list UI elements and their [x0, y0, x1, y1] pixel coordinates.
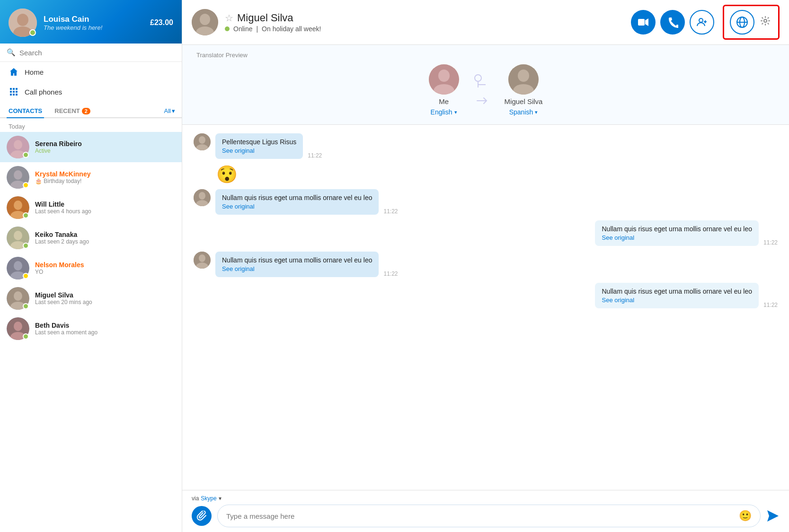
contact-avatar-beth — [7, 317, 29, 340]
contact-avatar-nelson — [7, 257, 29, 279]
home-icon — [9, 67, 19, 77]
svg-rect-8 — [16, 91, 18, 93]
svg-marker-63 — [767, 510, 779, 522]
search-input[interactable] — [19, 49, 175, 57]
message-3: Nullam quis risus eget urna mollis ornar… — [194, 189, 778, 215]
svg-rect-3 — [10, 88, 12, 90]
message-5: Nullam quis risus eget urna mollis ornar… — [194, 252, 778, 277]
see-original-5[interactable]: See original — [222, 265, 372, 272]
contact-item-nelson[interactable]: Nelson Morales YO — [0, 253, 182, 283]
input-icons: 🙂 — [739, 510, 752, 522]
see-original-3[interactable]: See original — [222, 203, 372, 210]
msg-time-3: 11:22 — [383, 208, 398, 215]
msg-content-3: Nullam quis risus eget urna mollis ornar… — [215, 189, 379, 215]
svg-rect-4 — [13, 88, 15, 90]
attach-button[interactable] — [192, 506, 212, 526]
translator-preview-label: Translator Preview — [196, 52, 775, 59]
see-original-6[interactable]: See original — [602, 297, 752, 304]
krystal-name: Krystal McKinney — [35, 170, 175, 178]
messages-area[interactable]: Pellentesque Ligus Risus See original 11… — [182, 125, 789, 490]
contact-item-keiko[interactable]: Keiko Tanaka Last seen 2 days ago — [0, 223, 182, 253]
message-6: 11:22 Nullam quis risus eget urna mollis… — [194, 283, 778, 308]
message-input-box[interactable]: 🙂 — [217, 505, 761, 527]
tab-recent[interactable]: RECENT2 — [53, 105, 92, 118]
msg-content-1: Pellentesque Ligus Risus See original — [215, 133, 303, 159]
svg-point-52 — [518, 70, 529, 82]
translator-me-avatar — [429, 64, 459, 95]
msg-content-4: Nullam quis risus eget urna mollis ornar… — [595, 220, 758, 246]
keiko-status: Last seen 2 days ago — [35, 238, 175, 245]
msg-time-5: 11:22 — [383, 270, 398, 277]
add-contact-button[interactable] — [690, 10, 714, 35]
recent-badge: 2 — [82, 108, 90, 114]
contact-avatar-keiko — [7, 227, 29, 249]
online-indicator — [225, 26, 230, 31]
translator-button[interactable] — [730, 10, 754, 35]
chat-contact-avatar — [192, 9, 218, 35]
emoji-icon[interactable]: 🙂 — [739, 510, 752, 522]
see-original-4[interactable]: See original — [602, 234, 752, 241]
message-4: 11:22 Nullam quis risus eget urna mollis… — [194, 220, 778, 246]
svg-point-22 — [14, 231, 22, 240]
contact-avatar-will — [7, 196, 29, 219]
svg-point-25 — [14, 261, 22, 270]
user-avatar-wrapper — [9, 9, 37, 37]
svg-point-1 — [17, 14, 28, 26]
contact-item-miguel[interactable]: Miguel Silva Last seen 20 mins ago — [0, 283, 182, 314]
msg-avatar-3 — [194, 189, 211, 206]
sidebar-header: Louisa Cain The weekend is here! £23.00 — [0, 0, 182, 44]
them-language: Spanish — [509, 108, 533, 116]
svg-point-44 — [764, 19, 767, 22]
me-language-select[interactable]: English ▾ — [431, 108, 457, 116]
message-input[interactable] — [226, 512, 739, 520]
msg-text-3: Nullam quis risus eget urna mollis ornar… — [222, 194, 372, 201]
svg-rect-36 — [638, 19, 645, 26]
sidebar: Louisa Cain The weekend is here! £23.00 … — [0, 0, 182, 532]
see-original-1[interactable]: See original — [222, 147, 296, 154]
translator-them-name: Miguel Silva — [505, 97, 543, 105]
via-skype-label[interactable]: via Skype ▾ — [192, 495, 780, 502]
me-language: English — [431, 108, 452, 116]
svg-rect-6 — [10, 91, 12, 93]
msg-avatar-5 — [194, 252, 211, 269]
settings-button[interactable] — [758, 14, 772, 31]
svg-rect-7 — [13, 91, 15, 93]
contact-item-krystal[interactable]: Krystal McKinney 🎂 Birthday today! — [0, 162, 182, 192]
svg-point-48 — [475, 75, 481, 81]
search-bar[interactable]: 🔍 — [0, 44, 182, 62]
nelson-status: YO — [35, 269, 175, 275]
msg-bubble-4: Nullam quis risus eget urna mollis ornar… — [595, 220, 758, 246]
svg-rect-11 — [16, 94, 18, 96]
tab-all[interactable]: All ▾ — [164, 107, 175, 114]
contact-item-will[interactable]: Will Little Last seen 4 hours ago — [0, 192, 182, 223]
svg-point-61 — [199, 254, 205, 262]
svg-rect-5 — [16, 88, 18, 90]
sidebar-item-call-phones[interactable]: Call phones — [0, 82, 182, 102]
video-call-button[interactable] — [631, 10, 656, 35]
serena-status: Active — [35, 148, 175, 154]
home-label: Home — [25, 68, 44, 76]
serena-name: Serena Ribeiro — [35, 140, 175, 148]
svg-point-34 — [200, 14, 210, 25]
msg-text-4: Nullam quis risus eget urna mollis ornar… — [602, 225, 752, 233]
them-language-select[interactable]: Spanish ▾ — [509, 108, 538, 116]
call-phones-icon — [9, 87, 19, 97]
contact-info-miguel: Miguel Silva Last seen 20 mins ago — [35, 291, 175, 305]
contact-item-serena[interactable]: Serena Ribeiro Active — [0, 132, 182, 162]
tab-contacts[interactable]: CONTACTS — [7, 105, 44, 118]
contact-avatar-serena — [7, 136, 29, 158]
will-status-dot — [23, 212, 29, 218]
message-1: Pellentesque Ligus Risus See original 11… — [194, 133, 778, 159]
msg-text-5: Nullam quis risus eget urna mollis ornar… — [222, 256, 372, 264]
star-icon[interactable]: ☆ — [225, 12, 233, 24]
chat-contact-info: ☆ Miguel Silva Online | On holiday all w… — [225, 12, 624, 33]
msg-text-6: Nullam quis risus eget urna mollis ornar… — [602, 288, 752, 295]
nelson-name: Nelson Morales — [35, 261, 175, 269]
sidebar-item-home[interactable]: Home — [0, 62, 182, 82]
contact-item-beth[interactable]: Beth Davis Last seen a moment ago — [0, 314, 182, 344]
translator-row: Me English ▾ Mi — [196, 64, 775, 116]
svg-point-31 — [14, 322, 22, 331]
voice-call-button[interactable] — [660, 10, 685, 35]
contacts-list: Serena Ribeiro Active Krystal McKinney 🎂… — [0, 132, 182, 344]
send-button[interactable] — [766, 509, 780, 523]
